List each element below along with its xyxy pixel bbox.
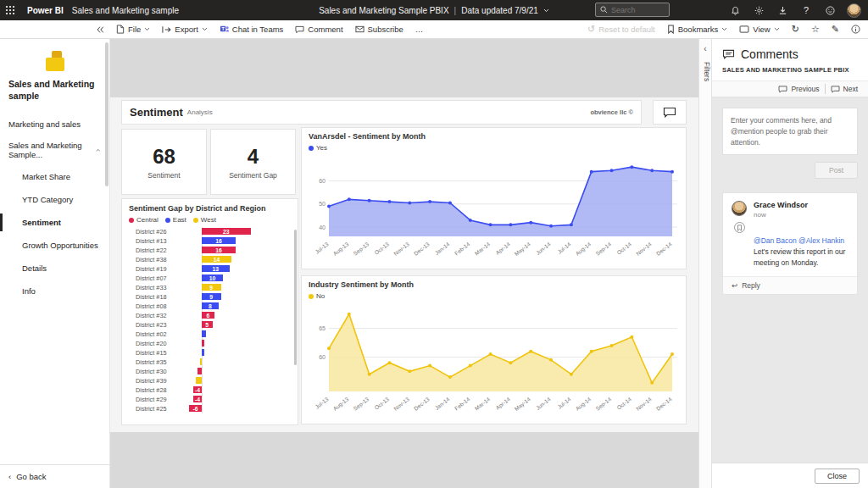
data-point[interactable] [387, 200, 391, 203]
export-menu[interactable]: Export [156, 20, 213, 39]
data-point[interactable] [570, 223, 573, 226]
bar-segment[interactable]: 14 [202, 256, 231, 263]
bar-row[interactable]: District #2623 [129, 227, 291, 236]
bar-chart-sentiment-gap-by-district[interactable]: Sentiment Gap by District and Region Cen… [121, 198, 298, 425]
search-input[interactable] [611, 6, 662, 14]
bar-segment[interactable]: 9 [202, 284, 221, 291]
bar-row[interactable]: District #3814 [129, 255, 291, 264]
data-point[interactable] [670, 170, 674, 174]
data-point[interactable] [570, 373, 573, 376]
sidebar-scrollbar[interactable] [105, 42, 108, 186]
data-point[interactable] [348, 197, 351, 201]
comment-input[interactable]: Enter your comments here, and @mention p… [722, 108, 858, 155]
bar-row[interactable]: District #28-4 [129, 385, 291, 395]
chat-in-teams-button[interactable]: T Chat in Teams [214, 20, 290, 39]
data-point[interactable] [650, 381, 654, 385]
data-point[interactable] [670, 352, 674, 356]
comment-button[interactable]: Comment [289, 20, 348, 39]
bar-row[interactable]: District #1913 [129, 264, 291, 274]
sidebar-item-sentiment[interactable]: Sentiment [0, 211, 109, 234]
bar-segment[interactable]: -4 [193, 396, 202, 402]
data-point[interactable] [529, 221, 532, 225]
bar-row[interactable]: District #0710 [129, 274, 291, 283]
comment-mentions[interactable]: @Dan Bacon @Alex Hankin [754, 236, 844, 245]
data-point[interactable] [630, 165, 633, 169]
bar-segment[interactable] [200, 358, 203, 365]
bar-row[interactable]: District #25-6 [129, 404, 291, 413]
user-avatar[interactable] [843, 0, 865, 20]
data-point[interactable] [327, 347, 331, 350]
data-point[interactable] [489, 223, 492, 226]
data-point[interactable] [610, 169, 614, 172]
bar-segment[interactable] [198, 368, 202, 374]
expand-filters-icon[interactable]: ‹ [699, 39, 711, 53]
comment-bookmark-icon[interactable] [734, 222, 745, 233]
data-point[interactable] [408, 369, 411, 373]
subscribe-button[interactable]: Subscribe [349, 20, 409, 39]
bar-row[interactable]: District #30 [129, 367, 291, 376]
bar-segment[interactable]: 10 [202, 274, 223, 281]
bar-row[interactable]: District #20 [129, 339, 291, 348]
bar-segment[interactable]: 13 [202, 265, 230, 272]
more-options-icon[interactable]: … [409, 20, 430, 39]
bar-row[interactable]: District #189 [129, 292, 291, 302]
area-chart-industry-sentiment[interactable]: Industry Sentiment by Month No 6560Jul-1… [301, 275, 687, 424]
data-point[interactable] [610, 344, 614, 347]
data-point[interactable] [509, 361, 512, 364]
bar-segment[interactable]: 6 [202, 312, 214, 319]
kpi-card-sentiment[interactable]: 68 Sentiment [121, 129, 207, 195]
bookmarks-menu[interactable]: Bookmarks [661, 20, 734, 39]
data-point[interactable] [448, 201, 452, 204]
reply-button[interactable]: ↩ Reply [723, 276, 857, 294]
bar-row[interactable]: District #326 [129, 311, 291, 320]
sidebar-item-details[interactable]: Details [0, 257, 109, 280]
data-point[interactable] [408, 201, 411, 204]
refresh-icon[interactable]: ↻ [786, 20, 805, 39]
data-point[interactable] [428, 364, 431, 368]
sidebar-item-ytd-category[interactable]: YTD Category [0, 188, 109, 211]
dataset-info[interactable]: Sales and Marketing Sample PBIX | Data u… [319, 6, 549, 15]
sidebar-item-info[interactable]: Info [0, 280, 109, 302]
bar-segment[interactable] [202, 349, 204, 356]
data-point[interactable] [489, 352, 492, 356]
bar-row[interactable]: District #39 [129, 376, 291, 385]
area-chart-plot[interactable]: 605040Jul-13Aug-13Sep-13Oct-13Nov-13Dec-… [309, 155, 679, 272]
search-box[interactable] [595, 3, 670, 17]
bar-segment[interactable]: 5 [202, 321, 213, 328]
sidebar-item-market-share[interactable]: Market Share [0, 165, 109, 188]
area-chart-plot[interactable]: 6560Jul-13Aug-13Sep-13Oct-13Nov-13Dec-13… [309, 303, 679, 427]
reset-to-default-button[interactable]: ↺ Reset to default [581, 20, 661, 39]
data-point[interactable] [327, 205, 331, 208]
data-point[interactable] [549, 225, 553, 228]
bar-row[interactable]: District #2216 [129, 246, 291, 255]
file-menu[interactable]: File [110, 20, 156, 39]
data-point[interactable] [529, 350, 532, 353]
bar-segment[interactable] [202, 330, 206, 337]
edit-pencil-icon[interactable]: ✎ [826, 20, 845, 39]
bar-segment[interactable]: -4 [193, 386, 202, 393]
data-point[interactable] [428, 200, 431, 203]
bar-row[interactable]: District #088 [129, 302, 291, 311]
bar-row[interactable]: District #339 [129, 283, 291, 292]
visual-comment-button[interactable] [653, 100, 687, 125]
data-point[interactable] [348, 313, 351, 316]
data-point[interactable] [590, 350, 593, 353]
bar-row[interactable]: District #1316 [129, 236, 291, 246]
download-icon[interactable] [771, 0, 793, 20]
bar-segment[interactable]: 9 [202, 293, 221, 300]
favorite-star-icon[interactable]: ☆ [805, 20, 826, 39]
bar-row[interactable]: District #02 [129, 330, 291, 339]
data-point[interactable] [368, 199, 371, 202]
bar-segment[interactable]: 8 [202, 302, 219, 309]
bar-row[interactable]: District #235 [129, 320, 291, 330]
area-chart-vanarsdel-sentiment[interactable]: VanArsdel - Sentiment by Month Yes 60504… [301, 127, 687, 269]
powerbi-logo-text[interactable]: Power BI [27, 6, 64, 15]
go-back-button[interactable]: ‹ Go back [0, 464, 109, 488]
data-point[interactable] [469, 219, 472, 222]
filters-pane-collapsed[interactable]: ‹ Filters [698, 39, 712, 488]
data-point[interactable] [549, 358, 553, 362]
chart-scrollbar[interactable] [294, 230, 297, 365]
bar-segment[interactable]: 23 [202, 228, 251, 235]
data-point[interactable] [509, 223, 512, 226]
data-point[interactable] [590, 170, 593, 174]
